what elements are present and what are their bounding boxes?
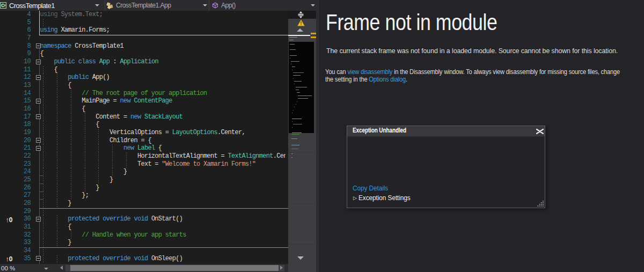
svg-text:#: # xyxy=(4,3,5,6)
